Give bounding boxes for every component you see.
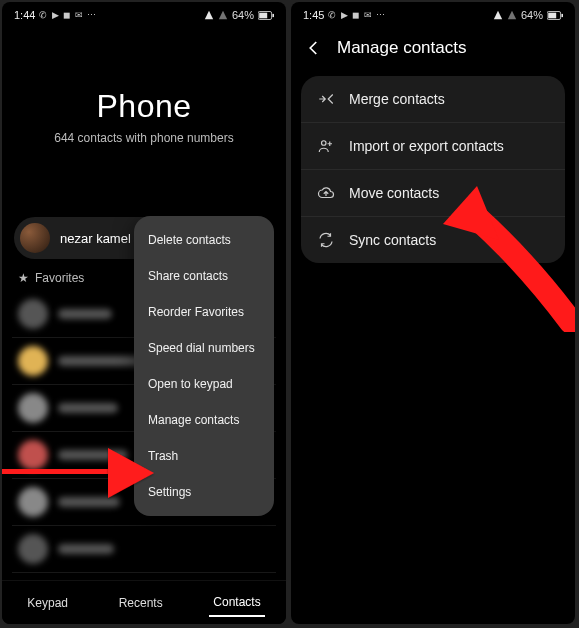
manage-item-import-or-export-contacts[interactable]: Import or export contacts (301, 122, 565, 169)
page-subtitle: 644 contacts with phone numbers (2, 131, 286, 145)
avatar (20, 223, 50, 253)
manage-item-sync-contacts[interactable]: Sync contacts (301, 216, 565, 263)
phone-hero: Phone 644 contacts with phone numbers (2, 24, 286, 145)
person-icon (317, 137, 335, 155)
contact-name-placeholder (58, 544, 114, 554)
manage-contacts-card: Merge contactsImport or export contactsM… (301, 76, 565, 263)
menu-item-delete-contacts[interactable]: Delete contacts (134, 222, 274, 258)
menu-item-settings[interactable]: Settings (134, 474, 274, 510)
menu-item-manage-contacts[interactable]: Manage contacts (134, 402, 274, 438)
back-icon[interactable] (305, 39, 323, 57)
status-battery: 64% (521, 9, 543, 21)
contact-name-placeholder (58, 497, 120, 507)
menu-item-open-to-keypad[interactable]: Open to keypad (134, 366, 274, 402)
status-notif-icons: ✆ ▶ ◼ ✉ ⋯ (39, 10, 97, 20)
avatar (18, 393, 48, 423)
menu-item-trash[interactable]: Trash (134, 438, 274, 474)
overflow-menu: Delete contactsShare contactsReorder Fav… (134, 216, 274, 516)
merge-icon (317, 90, 335, 108)
bottom-tabs: Keypad Recents Contacts (2, 580, 286, 624)
avatar (18, 299, 48, 329)
status-notif-icons: ✆ ▶ ◼ ✉ ⋯ (328, 10, 386, 20)
tab-keypad[interactable]: Keypad (23, 590, 72, 616)
list-item[interactable] (12, 526, 276, 573)
contact-name-placeholder (58, 450, 128, 460)
menu-item-speed-dial-numbers[interactable]: Speed dial numbers (134, 330, 274, 366)
header-title: Manage contacts (337, 38, 466, 58)
svg-rect-2 (272, 13, 274, 16)
svg-rect-5 (561, 13, 563, 16)
star-icon: ★ (18, 271, 29, 285)
contact-name-placeholder (58, 403, 118, 413)
cloud-icon (317, 184, 335, 202)
battery-icon (547, 11, 563, 20)
profile-name: nezar kamel (60, 231, 131, 246)
status-bar: 1:45 ✆ ▶ ◼ ✉ ⋯ 64% (291, 2, 575, 24)
manage-item-label: Merge contacts (349, 91, 445, 107)
status-right-icons: 64% (493, 9, 563, 21)
manage-item-move-contacts[interactable]: Move contacts (301, 169, 565, 216)
status-bar: 1:44 ✆ ▶ ◼ ✉ ⋯ 64% (2, 2, 286, 24)
page-title: Phone (2, 88, 286, 125)
avatar (18, 534, 48, 564)
manage-item-label: Move contacts (349, 185, 439, 201)
manage-item-label: Import or export contacts (349, 138, 504, 154)
svg-rect-1 (259, 12, 267, 18)
status-battery: 64% (232, 9, 254, 21)
tab-contacts[interactable]: Contacts (209, 589, 264, 617)
status-right-icons: 64% (204, 9, 274, 21)
manage-item-label: Sync contacts (349, 232, 436, 248)
status-time: 1:44 (14, 9, 35, 21)
favorites-label: Favorites (35, 271, 84, 285)
avatar (18, 440, 48, 470)
screenshot-phone-app: 1:44 ✆ ▶ ◼ ✉ ⋯ 64% Phone 644 contacts wi… (2, 2, 286, 624)
tab-recents[interactable]: Recents (115, 590, 167, 616)
contact-name-placeholder (58, 309, 112, 319)
screen-header: Manage contacts (291, 24, 575, 68)
menu-item-share-contacts[interactable]: Share contacts (134, 258, 274, 294)
avatar (18, 346, 48, 376)
battery-icon (258, 11, 274, 20)
svg-rect-4 (548, 12, 556, 18)
sync-icon (317, 231, 335, 249)
avatar (18, 487, 48, 517)
screenshot-manage-contacts: 1:45 ✆ ▶ ◼ ✉ ⋯ 64% Manage contacts Merge… (291, 2, 575, 624)
manage-item-merge-contacts[interactable]: Merge contacts (301, 76, 565, 122)
menu-item-reorder-favorites[interactable]: Reorder Favorites (134, 294, 274, 330)
status-time: 1:45 (303, 9, 324, 21)
svg-point-6 (322, 141, 327, 146)
